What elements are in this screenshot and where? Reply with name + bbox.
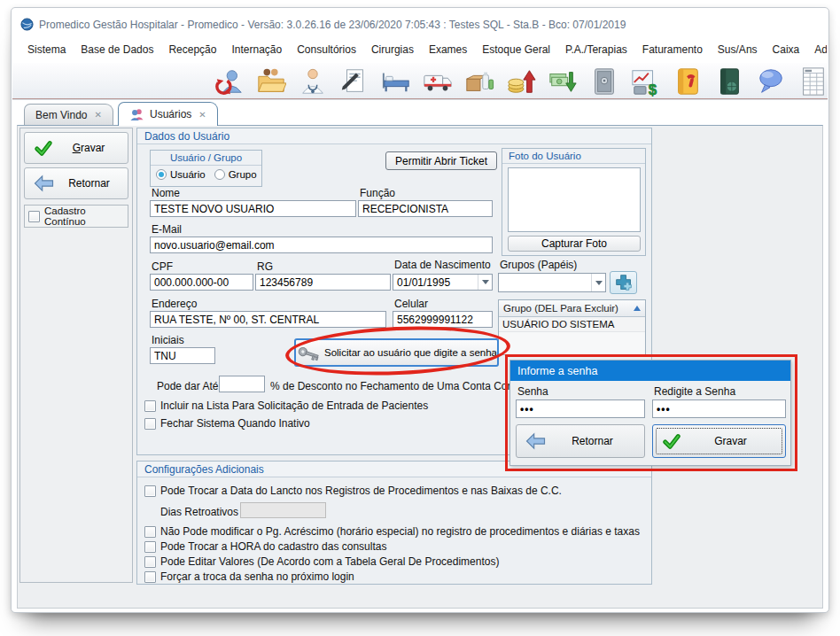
- solicitar-senha-button[interactable]: Solicitar ao usuário que digite a senha: [294, 338, 499, 367]
- senha-gravar-button[interactable]: Gravar: [652, 424, 786, 458]
- menu-estoque-geral[interactable]: Estoque Geral: [482, 43, 550, 61]
- tab-bem-vindo[interactable]: Bem Vindo ✕: [24, 104, 113, 125]
- menu-bar: Sistema Base de Dados Recepção Internaçã…: [27, 43, 827, 61]
- cadastro-continuo-checkbox[interactable]: [28, 211, 40, 222]
- redigite-senha-input[interactable]: [652, 399, 786, 418]
- cadastro-continuo-label: Cadastro Contínuo: [44, 206, 128, 227]
- iniciais-label: Iniciais: [152, 334, 184, 346]
- retornar-button[interactable]: Retornar: [24, 167, 128, 199]
- configuracoes-adicionais-group: Configurações Adicionais Pode Trocar a D…: [136, 461, 652, 585]
- senha-retornar-label: Retornar: [549, 435, 644, 447]
- trocar-data-lancto-checkbox[interactable]: [144, 485, 156, 497]
- senha-input[interactable]: [516, 399, 645, 418]
- doctor-icon[interactable]: [298, 66, 328, 97]
- grupos-grid: Grupo (DEL Para Excluir) USUÁRIO DO SIST…: [498, 299, 646, 355]
- users-icon: [129, 107, 144, 122]
- editar-valores-checkbox[interactable]: [144, 556, 156, 568]
- menu-internacao[interactable]: Internação: [231, 43, 282, 61]
- nome-input[interactable]: [150, 200, 356, 217]
- content-area: Gravar Retornar Cadastro Contínuo Dados …: [17, 125, 823, 609]
- report-grid-icon[interactable]: [797, 66, 828, 97]
- menu-exames[interactable]: Exames: [429, 43, 467, 61]
- sync-users-icon[interactable]: [214, 66, 245, 97]
- hospital-bed-icon[interactable]: [381, 66, 411, 97]
- chevron-down-icon[interactable]: [591, 274, 605, 291]
- payment-down-icon[interactable]: [548, 66, 578, 97]
- informe-senha-panel: Informe a senha Senha Redigite a Senha R…: [509, 360, 791, 466]
- foto-preview: [508, 167, 641, 232]
- radio-grupo-label: Grupo: [229, 169, 257, 180]
- data-nascimento-label: Data de Nascimento: [394, 259, 491, 271]
- chat-icon[interactable]: [756, 66, 786, 97]
- menu-consultorios[interactable]: Consultórios: [297, 43, 356, 61]
- informe-senha-title: Informe a senha: [510, 361, 790, 381]
- tab-usuarios[interactable]: Usuários ✕: [118, 102, 218, 126]
- pharmacy-stock-icon[interactable]: [464, 66, 494, 97]
- trocar-data-lancto-label: Pode Trocar a Data do Lancto nos Registr…: [160, 485, 562, 497]
- grupos-grid-header[interactable]: Grupo (DEL Para Excluir): [499, 300, 645, 317]
- arrow-left-icon: [525, 432, 546, 450]
- email-input[interactable]: [150, 237, 493, 253]
- menu-sus-ans[interactable]: Sus/Ans: [718, 43, 758, 61]
- iniciais-input[interactable]: [150, 347, 215, 364]
- grupos-grid-header-label: Grupo (DEL Para Excluir): [503, 303, 618, 314]
- senha-retornar-button[interactable]: Retornar: [516, 424, 645, 458]
- phone-book-icon[interactable]: [673, 66, 703, 97]
- tab-usuarios-close-icon[interactable]: ✕: [198, 110, 206, 120]
- staff-folder-icon[interactable]: [256, 66, 286, 97]
- retornar-label: Retornar: [58, 177, 128, 190]
- app-icon: [20, 18, 34, 31]
- price-increase-icon[interactable]: [506, 66, 536, 97]
- finance-chart-icon[interactable]: $: [631, 66, 661, 97]
- menu-cirurgias[interactable]: Cirurgias: [371, 43, 414, 61]
- dados-do-usuario-caption: Dados do Usuário: [137, 128, 651, 144]
- trocar-hora-checkbox[interactable]: [144, 541, 156, 553]
- rg-input[interactable]: [255, 274, 391, 291]
- dias-retroativos-input[interactable]: [240, 502, 326, 518]
- radio-grupo[interactable]: [214, 169, 225, 180]
- grupos-grid-row[interactable]: USUÁRIO DO SISTEMA: [499, 317, 645, 332]
- forcar-troca-senha-label: Forçar a troca da senha no próximo login: [160, 570, 354, 583]
- permitir-abrir-ticket-button[interactable]: Permitir Abrir Ticket: [385, 151, 497, 170]
- senha-gravar-label: Gravar: [685, 435, 785, 447]
- nao-modificar-pg-acrescimo-label: Não Pode modificar o Pg. Acréscimo (horá…: [160, 525, 640, 538]
- fechar-sistema-checkbox[interactable]: [144, 418, 156, 430]
- ledger-book-icon[interactable]: [714, 66, 744, 97]
- menu-administracao[interactable]: Administra: [814, 43, 827, 61]
- radio-usuario[interactable]: [156, 169, 167, 180]
- add-grupo-button[interactable]: [610, 271, 637, 294]
- dias-retroativos-label: Dias Retroativos :: [160, 506, 245, 518]
- endereco-input[interactable]: [150, 311, 386, 328]
- title-bar: Promedico Gestão Hospitalar - Promedico …: [20, 18, 626, 31]
- desconto-input[interactable]: [219, 376, 265, 392]
- menu-faturamento[interactable]: Faturamento: [642, 43, 703, 61]
- celular-input[interactable]: [393, 311, 493, 328]
- incluir-lista-label: Incluir na Lista Para Solicitação de Ent…: [160, 399, 428, 412]
- cpf-input[interactable]: [150, 274, 253, 291]
- forcar-troca-senha-checkbox[interactable]: [144, 571, 156, 583]
- tab-bem-vindo-close-icon[interactable]: ✕: [94, 110, 101, 120]
- action-panel: Gravar Retornar Cadastro Contínuo: [19, 128, 133, 583]
- ambulance-icon[interactable]: [423, 66, 453, 97]
- nao-modificar-pg-acrescimo-checkbox[interactable]: [144, 526, 156, 538]
- capturar-foto-button[interactable]: Capturar Foto: [508, 236, 641, 252]
- celular-label: Celular: [394, 298, 428, 310]
- menu-sistema[interactable]: Sistema: [27, 43, 66, 61]
- endereco-label: Endereço: [152, 298, 197, 310]
- data-nascimento-combo[interactable]: 01/01/1995: [393, 274, 493, 291]
- menu-caixa[interactable]: Caixa: [773, 43, 800, 61]
- menu-pa-terapias[interactable]: P.A./Terapias: [565, 43, 627, 61]
- safe-icon[interactable]: [589, 66, 619, 97]
- funcao-input[interactable]: [358, 200, 493, 217]
- incluir-lista-checkbox[interactable]: [144, 400, 156, 412]
- cadastro-continuo-box: Cadastro Contínuo: [24, 205, 128, 228]
- menu-base-de-dados[interactable]: Base de Dados: [81, 43, 153, 61]
- prescription-icon[interactable]: [339, 66, 369, 97]
- gravar-button[interactable]: Gravar: [24, 132, 128, 164]
- grupos-papeis-combo[interactable]: [498, 273, 606, 292]
- radio-usuario-label: Usuário: [170, 169, 206, 180]
- menu-recepcao[interactable]: Recepção: [168, 43, 216, 61]
- add-plus-icon: [615, 274, 633, 291]
- chevron-down-icon[interactable]: [478, 275, 492, 290]
- toolbar: $: [12, 63, 828, 100]
